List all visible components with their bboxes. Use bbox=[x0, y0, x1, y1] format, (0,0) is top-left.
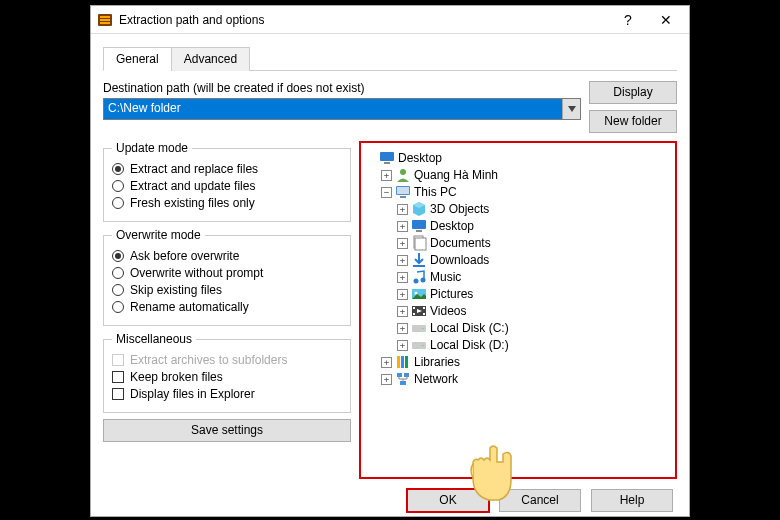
radio-fresh[interactable]: Fresh existing files only bbox=[112, 196, 342, 210]
svg-rect-20 bbox=[413, 307, 415, 309]
svg-point-15 bbox=[414, 279, 419, 284]
svg-rect-2 bbox=[100, 19, 110, 21]
titlebar: Extraction path and options ? ✕ bbox=[91, 6, 689, 34]
radio-skip[interactable]: Skip existing files bbox=[112, 283, 342, 297]
svg-point-16 bbox=[421, 278, 426, 283]
svg-rect-30 bbox=[405, 356, 408, 368]
check-display-explorer[interactable]: Display files in Explorer bbox=[112, 387, 342, 401]
display-button[interactable]: Display bbox=[589, 81, 677, 104]
chevron-down-icon bbox=[568, 106, 576, 112]
disk-icon bbox=[411, 320, 427, 336]
radio-without-prompt[interactable]: Overwrite without prompt bbox=[112, 266, 342, 280]
svg-rect-10 bbox=[412, 220, 426, 229]
check-keep-broken[interactable]: Keep broken files bbox=[112, 370, 342, 384]
svg-rect-13 bbox=[415, 238, 426, 250]
network-icon bbox=[395, 371, 411, 387]
dialog-body: General Advanced Destination path (will … bbox=[91, 34, 689, 520]
tree-node-desktop[interactable]: Desktop bbox=[365, 150, 671, 166]
radio-extract-replace[interactable]: Extract and replace files bbox=[112, 162, 342, 176]
svg-rect-23 bbox=[423, 313, 425, 315]
tree-node-documents[interactable]: +Documents bbox=[397, 235, 671, 251]
tree-node-3dobjects[interactable]: +3D Objects bbox=[397, 201, 671, 217]
downloads-icon bbox=[411, 252, 427, 268]
misc-group: Miscellaneous Extract archives to subfol… bbox=[103, 332, 351, 413]
check-subfolders: Extract archives to subfolders bbox=[112, 353, 342, 367]
tree-node-thispc[interactable]: − This PC bbox=[381, 184, 671, 200]
radio-extract-update[interactable]: Extract and update files bbox=[112, 179, 342, 193]
tab-general[interactable]: General bbox=[103, 47, 172, 71]
radio-ask-overwrite[interactable]: Ask before overwrite bbox=[112, 249, 342, 263]
computer-icon bbox=[395, 184, 411, 200]
overwrite-mode-legend: Overwrite mode bbox=[112, 228, 205, 242]
svg-rect-31 bbox=[397, 373, 402, 377]
misc-legend: Miscellaneous bbox=[112, 332, 196, 346]
desktop-icon bbox=[379, 150, 395, 166]
svg-rect-27 bbox=[422, 345, 424, 346]
destination-label: Destination path (will be created if doe… bbox=[103, 81, 581, 95]
svg-rect-25 bbox=[422, 328, 424, 329]
videos-icon bbox=[411, 303, 427, 319]
tree-node-user[interactable]: + Quang Hà Minh bbox=[381, 167, 671, 183]
svg-rect-11 bbox=[416, 230, 422, 232]
documents-icon bbox=[411, 235, 427, 251]
destination-input[interactable]: C:\New folder bbox=[104, 99, 562, 119]
libraries-icon bbox=[395, 354, 411, 370]
svg-rect-22 bbox=[423, 307, 425, 309]
help-button[interactable]: Help bbox=[591, 489, 673, 512]
tab-advanced[interactable]: Advanced bbox=[171, 47, 250, 71]
svg-rect-28 bbox=[397, 356, 400, 368]
svg-rect-3 bbox=[100, 22, 110, 24]
save-settings-button[interactable]: Save settings bbox=[103, 419, 351, 442]
update-mode-group: Update mode Extract and replace files Ex… bbox=[103, 141, 351, 222]
tab-strip: General Advanced bbox=[103, 46, 677, 71]
person-icon bbox=[395, 167, 411, 183]
cube-icon bbox=[411, 201, 427, 217]
tree-node-network[interactable]: +Network bbox=[381, 371, 671, 387]
disk-icon bbox=[411, 337, 427, 353]
tree-node-desktop2[interactable]: +Desktop bbox=[397, 218, 671, 234]
dialog-footer: OK Cancel Help bbox=[103, 489, 677, 512]
tree-node-videos[interactable]: +Videos bbox=[397, 303, 671, 319]
svg-rect-32 bbox=[404, 373, 409, 377]
svg-rect-4 bbox=[380, 152, 394, 161]
svg-rect-29 bbox=[401, 356, 404, 368]
update-mode-legend: Update mode bbox=[112, 141, 192, 155]
tree-node-disk-d[interactable]: +Local Disk (D:) bbox=[397, 337, 671, 353]
app-icon bbox=[97, 12, 113, 28]
tree-node-music[interactable]: +Music bbox=[397, 269, 671, 285]
svg-point-6 bbox=[400, 169, 406, 175]
tree-node-pictures[interactable]: +Pictures bbox=[397, 286, 671, 302]
tree-node-downloads[interactable]: +Downloads bbox=[397, 252, 671, 268]
svg-rect-9 bbox=[400, 196, 406, 198]
desktop-folder-icon bbox=[411, 218, 427, 234]
combo-dropdown-button[interactable] bbox=[562, 99, 580, 119]
pictures-icon bbox=[411, 286, 427, 302]
overwrite-mode-group: Overwrite mode Ask before overwrite Over… bbox=[103, 228, 351, 326]
cancel-button[interactable]: Cancel bbox=[499, 489, 581, 512]
radio-rename[interactable]: Rename automatically bbox=[112, 300, 342, 314]
tree-node-libraries[interactable]: +Libraries bbox=[381, 354, 671, 370]
svg-rect-5 bbox=[384, 162, 390, 164]
destination-combo[interactable]: C:\New folder bbox=[103, 98, 581, 120]
tree-node-disk-c[interactable]: +Local Disk (C:) bbox=[397, 320, 671, 336]
new-folder-button[interactable]: New folder bbox=[589, 110, 677, 133]
svg-rect-33 bbox=[400, 381, 406, 385]
music-icon bbox=[411, 269, 427, 285]
close-button[interactable]: ✕ bbox=[647, 8, 685, 32]
svg-rect-21 bbox=[413, 313, 415, 315]
folder-tree[interactable]: Desktop + Quang Hà Minh − bbox=[359, 141, 677, 479]
ok-button[interactable]: OK bbox=[407, 489, 489, 512]
help-titlebar-button[interactable]: ? bbox=[609, 8, 647, 32]
svg-rect-8 bbox=[397, 187, 409, 194]
window-title: Extraction path and options bbox=[119, 13, 609, 27]
svg-rect-14 bbox=[413, 265, 425, 267]
dialog-window: Extraction path and options ? ✕ General … bbox=[90, 5, 690, 517]
svg-rect-1 bbox=[100, 16, 110, 18]
